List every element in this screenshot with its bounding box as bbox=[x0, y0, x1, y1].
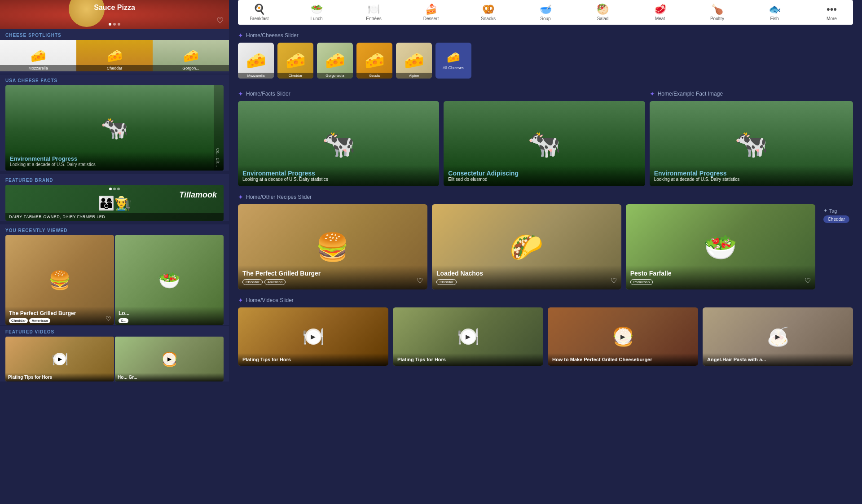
burger-heart-btn[interactable]: ♡ bbox=[417, 276, 423, 285]
cat-poultry[interactable]: 🍗 Poultry bbox=[705, 4, 730, 21]
cheese-slide-alpine[interactable]: 🧀 Alpine bbox=[396, 43, 432, 79]
burger-card-title: The Perfect Grilled Burger bbox=[242, 270, 423, 277]
usa-facts-section: USA CHEESE FACTS 🐄 Environmental Progres… bbox=[0, 75, 229, 171]
snacks-icon: 🥨 bbox=[482, 4, 494, 15]
cat-breakfast[interactable]: 🍳 Breakfast bbox=[247, 4, 272, 21]
brand-tagline: DAIRY FARMER OWNED, DAIRY FARMER LED bbox=[5, 213, 224, 221]
video2-card-play-icon[interactable]: ▶ bbox=[460, 329, 476, 345]
example-fact-label: ✦ Home/Example Fact Image bbox=[650, 90, 853, 97]
cheese-slide-mozzarella[interactable]: 🧀 Mozzarella bbox=[238, 43, 274, 79]
dessert-label: Dessert bbox=[423, 16, 439, 21]
video1-card-title: Plating Tips for Hors bbox=[242, 357, 384, 362]
pizza-heart-icon[interactable]: ♡ bbox=[216, 16, 224, 26]
pizza-title: Sauce Pizza bbox=[94, 4, 135, 12]
burger-tag-american: American bbox=[264, 279, 286, 285]
dot-3 bbox=[118, 23, 120, 26]
breakfast-label: Breakfast bbox=[250, 16, 268, 21]
cheese-spotlights-header: CHEESE SPOTLIGHTS bbox=[0, 29, 229, 40]
burger-tags: Cheddar American bbox=[9, 318, 110, 323]
video2-card-title: Plating Tips for Hors bbox=[397, 357, 539, 362]
recipe-card-nachos[interactable]: 🌮 Loaded Nachos Cheddar ♡ bbox=[432, 204, 621, 289]
cat-fish[interactable]: 🐟 Fish bbox=[762, 4, 787, 21]
snacks-label: Snacks bbox=[481, 16, 496, 21]
facts-card-subtitle: Looking at a decade of U.S. Dairy statis… bbox=[10, 162, 219, 167]
fact2-sub: Elit sed do eiusmod bbox=[448, 177, 640, 182]
video3-card-play-icon[interactable]: ▶ bbox=[615, 329, 631, 345]
brand-dot-1 bbox=[109, 188, 112, 190]
cat-salad[interactable]: 🥙 Salad bbox=[590, 4, 615, 21]
brand-card[interactable]: 👨‍👩‍👦👨‍🌾 Tillamook DAIRY FARMER OWNED, D… bbox=[5, 185, 224, 221]
cat-entrees[interactable]: 🍽️ Entrées bbox=[361, 4, 386, 21]
gouda-slide-label: Gouda bbox=[356, 73, 392, 79]
recipe-small-burger[interactable]: 🍔 The Perfect Grilled Burger Cheddar Ame… bbox=[5, 235, 114, 325]
recipe-card-pesto[interactable]: 🥗 Pesto Farfalle Parmesan ♡ bbox=[626, 204, 815, 289]
cheese-slide-gorgonzola[interactable]: 🧀 Gorgonzola bbox=[317, 43, 353, 79]
example-fact-card[interactable]: 🐄 Environmental Progress Looking at a de… bbox=[650, 101, 853, 186]
cheese-slide-cheddar[interactable]: 🧀 Cheddar bbox=[277, 43, 313, 79]
page-wrapper: Sauce Pizza ♡ CHEESE SPOTLIGHTS 🧀 Mozzar… bbox=[0, 0, 862, 381]
category-nav: 🍳 Breakfast 🥗 Lunch 🍽️ Entrées 🍰 Dessert… bbox=[238, 0, 853, 25]
nachos-heart-btn[interactable]: ♡ bbox=[611, 276, 617, 285]
video1-card-play-icon[interactable]: ▶ bbox=[305, 329, 321, 345]
pizza-dots bbox=[109, 23, 120, 26]
video1-play-icon[interactable]: ▶ bbox=[53, 353, 66, 365]
cat-dessert[interactable]: 🍰 Dessert bbox=[419, 4, 444, 21]
pesto-tag-parmesan: Parmesan bbox=[630, 279, 653, 285]
all-cheeses-button[interactable]: 🧀 All Cheeses bbox=[435, 43, 471, 79]
video2-title: Ho... Gr... bbox=[118, 375, 221, 380]
video-card-1[interactable]: 🍽️ ▶ Plating Tips for Hors bbox=[238, 307, 388, 366]
sidebar: Sauce Pizza ♡ CHEESE SPOTLIGHTS 🧀 Mozzar… bbox=[0, 0, 229, 381]
fact1-title: Environmental Progress bbox=[242, 170, 435, 177]
cheeses-slider-text: Home/Cheeses Slider bbox=[246, 32, 299, 39]
video2-play-icon[interactable]: ▶ bbox=[163, 353, 176, 365]
burger-heart-icon[interactable]: ♡ bbox=[106, 315, 111, 322]
more-icon: ••• bbox=[827, 4, 837, 15]
fact-card-2[interactable]: 🐄 Consectetur Adipiscing Elit sed do eiu… bbox=[444, 101, 645, 186]
alpine-slide-label: Alpine bbox=[396, 73, 432, 79]
video-small-2[interactable]: 🍔 ▶ Ho... Gr... bbox=[115, 337, 224, 381]
breakfast-icon: 🍳 bbox=[253, 4, 265, 15]
cat-meat[interactable]: 🥩 Meat bbox=[648, 4, 673, 21]
meat-icon: 🥩 bbox=[654, 4, 666, 15]
cheese-item-gorgonzola[interactable]: 🧀 Gorgon... bbox=[153, 40, 229, 71]
recently-viewed-section: YOU RECENTLY VIEWED 🍔 The Perfect Grille… bbox=[0, 224, 229, 325]
poultry-icon: 🍗 bbox=[711, 4, 723, 15]
cat-soup[interactable]: 🥣 Soup bbox=[533, 4, 558, 21]
recipes-slider-label: ✦ Home/Other Recipes Slider bbox=[238, 193, 853, 201]
video4-card-play-icon[interactable]: ▶ bbox=[770, 329, 786, 345]
video-card-3[interactable]: 🍔 ▶ How to Make Perfect Grilled Cheesebu… bbox=[548, 307, 698, 366]
recently-viewed-header: YOU RECENTLY VIEWED bbox=[0, 224, 229, 235]
videos-slider-text: Home/Videos Slider bbox=[246, 297, 294, 303]
facts-slider: 🐄 Environmental Progress Looking at a de… bbox=[238, 101, 645, 186]
video1-card-overlay: Plating Tips for Hors bbox=[238, 353, 388, 366]
facts-right-text: Co... Elit... bbox=[216, 148, 220, 167]
recipe-small-lo[interactable]: 🥗 Lo... C... bbox=[115, 235, 224, 325]
recipe-card-burger[interactable]: 🍔 The Perfect Grilled Burger Cheddar Ame… bbox=[238, 204, 427, 289]
video-card-2[interactable]: 🍽️ ▶ Plating Tips for Hors bbox=[393, 307, 543, 366]
video2-overlay: Ho... Gr... bbox=[115, 373, 224, 381]
cheese-item-cheddar[interactable]: 🧀 Cheddar bbox=[76, 40, 153, 71]
cheese-slider: 🧀 Mozzarella 🧀 Cheddar 🧀 Gorgonzola 🧀 Go… bbox=[238, 43, 853, 79]
all-cheeses-label: All Cheeses bbox=[443, 66, 464, 70]
burger-tag-cheddar: Cheddar bbox=[242, 279, 263, 285]
facts-slider-container: ✦ Home/Facts Slider 🐄 Environmental Prog… bbox=[238, 86, 645, 186]
tag-chip-cheddar[interactable]: Cheddar bbox=[823, 215, 849, 223]
cheese-slide-gouda[interactable]: 🧀 Gouda bbox=[356, 43, 392, 79]
cheeses-slider-label: ✦ Home/Cheeses Slider bbox=[238, 32, 853, 39]
cheese-item-mozzarella[interactable]: 🧀 Mozzarella bbox=[0, 40, 76, 71]
video-small-1[interactable]: 🍽️ ▶ Plating Tips for Hors bbox=[5, 337, 114, 381]
cat-lunch[interactable]: 🥗 Lunch bbox=[304, 4, 329, 21]
featured-videos-header: FEATURED VIDEOS bbox=[0, 326, 229, 337]
fact2-overlay: Consectetur Adipiscing Elit sed do eiusm… bbox=[444, 165, 645, 186]
cat-snacks[interactable]: 🥨 Snacks bbox=[476, 4, 501, 21]
recipes-row: 🍔 The Perfect Grilled Burger Cheddar Ame… bbox=[238, 204, 853, 289]
pesto-heart-btn[interactable]: ♡ bbox=[805, 276, 811, 285]
video-card-4[interactable]: 🍝 ▶ Angel-Hair Pasta with a... bbox=[703, 307, 853, 366]
facts-card[interactable]: 🐄 Environmental Progress Looking at a de… bbox=[5, 85, 224, 171]
burger-card-overlay: The Perfect Grilled Burger Cheddar Ameri… bbox=[238, 265, 427, 289]
pizza-hero: Sauce Pizza ♡ bbox=[0, 0, 229, 29]
soup-icon: 🥣 bbox=[540, 4, 552, 15]
fact-card-1[interactable]: 🐄 Environmental Progress Looking at a de… bbox=[238, 101, 439, 186]
pesto-card-tags: Parmesan bbox=[630, 279, 811, 285]
cat-more[interactable]: ••• More bbox=[819, 4, 844, 21]
